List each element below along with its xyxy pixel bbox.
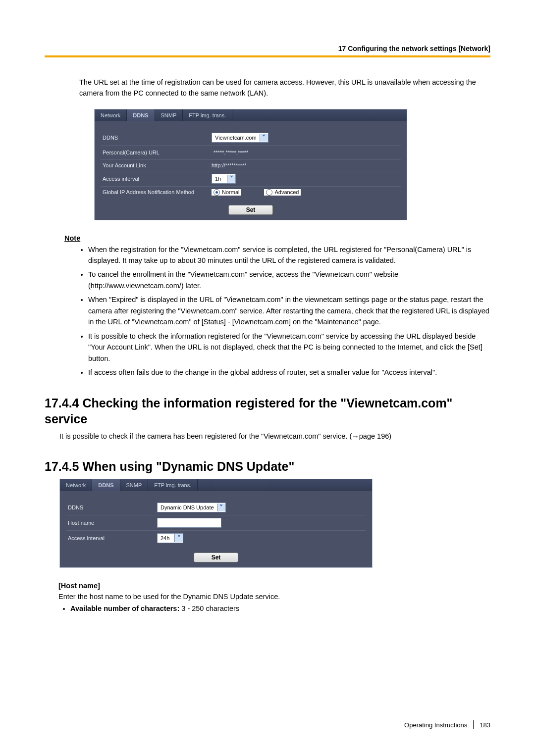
value-account-link[interactable]: http://********** [212, 162, 246, 168]
tab-snmp[interactable]: SNMP [120, 479, 149, 491]
tab-network[interactable]: Network [60, 479, 92, 491]
page-footer: Operating Instructions 183 [404, 720, 490, 729]
list-item: If access often fails due to the change … [88, 367, 490, 378]
chars-label: Available number of characters: [70, 605, 179, 612]
row-access-interval: Access interval 1h ˅ [101, 171, 401, 186]
radio-normal[interactable]: Normal [212, 189, 241, 196]
panel-rows: DDNS Viewnetcam.com ˅ Personal(Camera) U… [95, 121, 407, 201]
list-item: It is possible to check the information … [88, 331, 490, 364]
chevron-down-icon: ˅ [227, 175, 235, 183]
chevron-down-icon: ˅ [174, 534, 183, 542]
hostname-desc: Enter the host name to be used for the D… [58, 592, 490, 603]
tab-ftp[interactable]: FTP img. trans. [183, 109, 232, 121]
list-item: When "Expired" is displayed in the URL o… [88, 294, 490, 327]
row-ddns: DDNS Dynamic DNS Update ˅ [66, 500, 366, 515]
row-access-interval: Access interval 24h ˅ [66, 530, 366, 546]
row-host-name: Host name [66, 515, 366, 530]
tab-row: Network DDNS SNMP FTP img. trans. [60, 479, 372, 491]
tab-row: Network DDNS SNMP FTP img. trans. [95, 109, 407, 121]
radio-icon [266, 189, 272, 196]
footer-page-number: 183 [480, 721, 490, 729]
label-ddns: DDNS [101, 135, 212, 141]
chars-value: 3 - 250 characters [179, 605, 239, 612]
row-ddns: DDNS Viewnetcam.com ˅ [101, 130, 401, 145]
label-access-interval: Access interval [66, 535, 157, 541]
select-ddns-service[interactable]: Dynamic DNS Update ˅ [157, 503, 226, 512]
label-personal-url: Personal(Camera) URL [101, 150, 212, 155]
note-heading: Note [64, 234, 490, 242]
select-value: 24h [158, 535, 174, 541]
set-button[interactable]: Set [194, 553, 238, 562]
list-item: Available number of characters: 3 - 250 … [70, 605, 490, 612]
select-value: Viewnetcam.com [212, 135, 260, 141]
tab-ddns[interactable]: DDNS [127, 109, 155, 121]
page-header: 17 Configuring the network settings [Net… [45, 45, 490, 57]
panel-rows: DDNS Dynamic DNS Update ˅ Host name Acce… [60, 491, 372, 549]
row-personal-url: Personal(Camera) URL *****.*****.***** [101, 145, 401, 159]
set-button[interactable]: Set [228, 205, 273, 215]
list-item: To cancel the enrollment in the "Viewnet… [88, 269, 490, 291]
ddns-dynamic-panel: Network DDNS SNMP FTP img. trans. DDNS D… [59, 479, 373, 568]
label-account-link: Your Account Link [101, 162, 212, 168]
select-access-interval[interactable]: 24h ˅ [157, 533, 183, 543]
radio-label: Normal [222, 189, 239, 195]
label-access-interval: Access interval [101, 176, 212, 182]
page: 17 Configuring the network settings [Net… [0, 0, 535, 756]
chevron-down-icon: ˅ [260, 134, 268, 142]
set-row: Set [60, 549, 372, 567]
row-account-link: Your Account Link http://********** [101, 159, 401, 171]
select-access-interval[interactable]: 1h ˅ [212, 174, 236, 184]
input-host-name[interactable] [157, 518, 221, 528]
label-ddns: DDNS [66, 504, 157, 510]
tab-network[interactable]: Network [95, 109, 127, 121]
tab-snmp[interactable]: SNMP [155, 109, 183, 121]
ddns-viewnetcam-panel: Network DDNS SNMP FTP img. trans. DDNS V… [94, 109, 407, 220]
label-host-name: Host name [66, 520, 157, 526]
intro-paragraph: The URL set at the time of registration … [79, 77, 490, 99]
note-list: When the registration for the "Viewnetca… [74, 244, 490, 378]
heading-1744: 17.4.4 Checking the information register… [45, 395, 490, 427]
radio-advanced[interactable]: Advanced [264, 189, 301, 196]
tab-ftp[interactable]: FTP img. trans. [148, 479, 198, 491]
hostname-spec-list: Available number of characters: 3 - 250 … [61, 605, 490, 612]
select-value: Dynamic DNS Update [158, 504, 217, 510]
list-item: When the registration for the "Viewnetca… [88, 244, 490, 266]
footer-doc-title: Operating Instructions [404, 721, 467, 729]
row-notification-method: Global IP Address Notification Method No… [101, 186, 401, 198]
radio-icon [214, 189, 220, 196]
tab-ddns[interactable]: DDNS [92, 479, 120, 491]
label-notification-method: Global IP Address Notification Method [101, 189, 212, 195]
select-value: 1h [212, 176, 227, 182]
chevron-down-icon: ˅ [217, 504, 225, 511]
radio-label: Advanced [274, 189, 299, 195]
footer-separator [473, 720, 474, 729]
hostname-heading: [Host name] [58, 582, 490, 590]
set-row: Set [95, 201, 407, 220]
value-personal-url: *****.*****.***** [212, 148, 250, 157]
paragraph-1744: It is possible to check if the camera ha… [59, 431, 490, 442]
select-ddns-service[interactable]: Viewnetcam.com ˅ [212, 133, 268, 143]
heading-1745: 17.4.5 When using "Dynamic DNS Update" [45, 458, 490, 475]
